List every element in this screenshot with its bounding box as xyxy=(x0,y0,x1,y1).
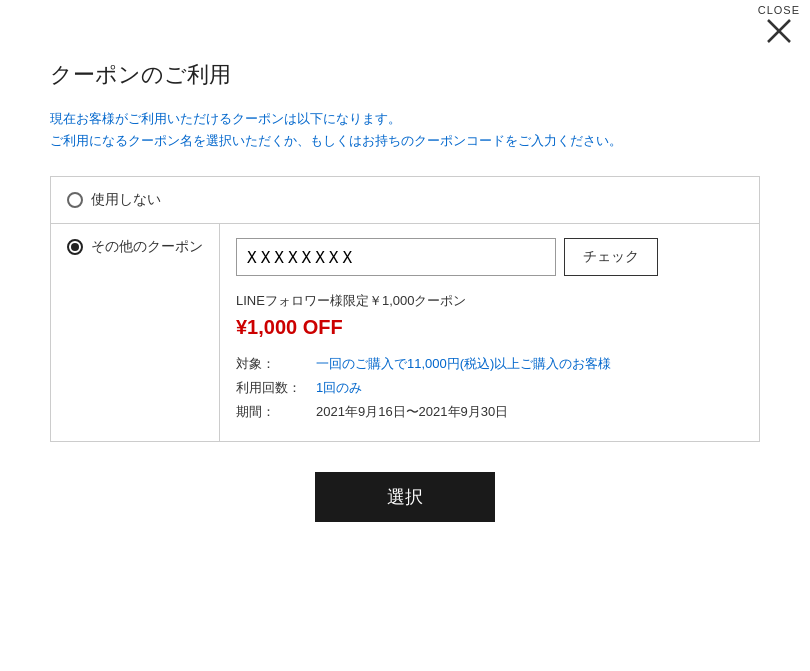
coupon-input-row: チェック xyxy=(236,238,743,276)
usage-value: 1回のみ xyxy=(316,379,362,397)
select-button-area: 選択 xyxy=(50,472,760,522)
description: 現在お客様がご利用いただけるクーポンは以下になります。 ご利用になるクーポン名を… xyxy=(50,108,760,152)
target-label: 対象： xyxy=(236,355,316,373)
period-label: 期間： xyxy=(236,403,316,421)
radio-other-coupon[interactable] xyxy=(67,239,83,255)
description-line2: ご利用になるクーポン名を選択いただくか、もしくはお持ちのクーポンコードをご入力く… xyxy=(50,130,760,152)
coupon-content-cell: チェック LINEフォロワー様限定￥1,000クーポン ¥1,000 OFF 対… xyxy=(220,224,760,442)
usage-label: 利用回数： xyxy=(236,379,316,397)
coupon-details: 対象： 一回のご購入で11,000円(税込)以上ご購入のお客様 利用回数： 1回… xyxy=(236,355,743,421)
table-row: その他のクーポン チェック LINEフォロワー様限定￥1,000クーポン ¥1,… xyxy=(51,224,760,442)
coupon-usage-row: 利用回数： 1回のみ xyxy=(236,379,743,397)
select-button[interactable]: 選択 xyxy=(315,472,495,522)
other-coupon-label: その他のクーポン xyxy=(91,238,203,256)
coupon-table: 使用しない その他のクーポン チェック LINEフォロワー様限定￥1,000クー… xyxy=(50,176,760,442)
no-coupon-cell[interactable]: 使用しない xyxy=(51,177,760,224)
no-coupon-label: 使用しない xyxy=(91,191,161,209)
coupon-code-input[interactable] xyxy=(236,238,556,276)
radio-no-coupon[interactable] xyxy=(67,192,83,208)
target-value: 一回のご購入で11,000円(税込)以上ご購入のお客様 xyxy=(316,355,611,373)
other-coupon-radio-cell[interactable]: その他のクーポン xyxy=(51,224,220,442)
coupon-name: LINEフォロワー様限定￥1,000クーポン xyxy=(236,292,743,310)
coupon-target-row: 対象： 一回のご購入で11,000円(税込)以上ご購入のお客様 xyxy=(236,355,743,373)
coupon-period-row: 期間： 2021年9月16日〜2021年9月30日 xyxy=(236,403,743,421)
page-title: クーポンのご利用 xyxy=(50,60,760,90)
table-row: 使用しない xyxy=(51,177,760,224)
close-button[interactable]: CLOSE xyxy=(758,4,800,44)
period-value: 2021年9月16日〜2021年9月30日 xyxy=(316,403,508,421)
check-button[interactable]: チェック xyxy=(564,238,658,276)
description-line1: 現在お客様がご利用いただけるクーポンは以下になります。 xyxy=(50,108,760,130)
close-label: CLOSE xyxy=(758,4,800,16)
main-content: クーポンのご利用 現在お客様がご利用いただけるクーポンは以下になります。 ご利用… xyxy=(0,0,810,552)
close-icon xyxy=(766,18,792,44)
coupon-discount: ¥1,000 OFF xyxy=(236,316,743,339)
